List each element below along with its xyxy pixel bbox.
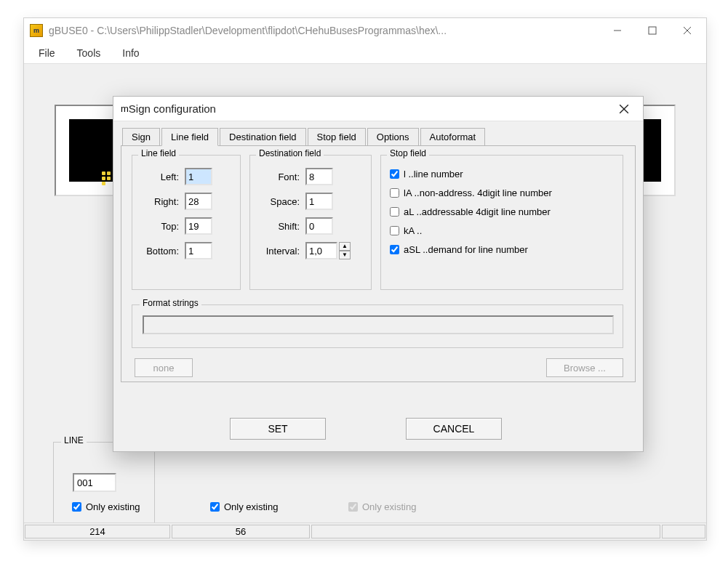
browse-button: Browse ... [546, 358, 623, 377]
space-input[interactable] [305, 193, 333, 210]
interval-label: Interval: [256, 246, 300, 257]
line-group-label: LINE [61, 435, 87, 445]
only-existing-3: Only existing [345, 500, 416, 514]
only-existing-2[interactable]: Only existing [207, 500, 278, 514]
right-input[interactable] [185, 193, 212, 210]
interval-spinner[interactable]: ▲ ▼ [339, 242, 351, 259]
menubar: File Tools Info [24, 43, 706, 63]
right-label: Right: [138, 196, 179, 207]
shift-label: Shift: [256, 221, 300, 232]
line-input[interactable] [73, 473, 116, 492]
tab-options[interactable]: Options [367, 128, 419, 146]
only-existing-3-label: Only existing [362, 501, 416, 512]
chk-al[interactable]: aL ..addressable 4digit line number [387, 202, 617, 221]
chk-asl-label: aSL ..demand for line number [404, 244, 528, 255]
chk-ka-label: kA .. [404, 225, 422, 236]
chk-l-box[interactable] [390, 169, 399, 179]
window-title: gBUSE0 - C:\Users\PhilippStadler\Develop… [49, 25, 600, 36]
cancel-button[interactable]: CANCEL [406, 418, 502, 440]
bottom-input[interactable] [185, 242, 212, 259]
format-strings-group: Format strings [132, 304, 623, 348]
menu-file[interactable]: File [34, 46, 60, 60]
status-cell-2: 56 [172, 525, 310, 538]
only-existing-2-checkbox[interactable] [210, 502, 220, 512]
chk-asl[interactable]: aSL ..demand for line number [387, 240, 617, 259]
close-button[interactable] [670, 20, 705, 41]
chk-la-label: lA ..non-address. 4digit line number [404, 187, 552, 198]
window-controls [600, 20, 705, 41]
bottom-label: Bottom: [138, 246, 179, 257]
chk-asl-box[interactable] [390, 245, 399, 254]
shift-input[interactable] [305, 217, 333, 235]
menu-info[interactable]: Info [118, 46, 143, 60]
titlebar: m gBUSE0 - C:\Users\PhilippStadler\Devel… [24, 18, 706, 43]
stop-legend: Stop field [387, 148, 429, 158]
chk-ka[interactable]: kA .. [387, 221, 617, 240]
top-label: Top: [138, 221, 179, 232]
dest-legend: Destination field [256, 148, 324, 158]
status-cell-4 [662, 525, 705, 538]
dialog-titlebar: m Sign configuration [113, 97, 643, 121]
chk-al-label: aL ..addressable 4digit line number [404, 206, 551, 217]
dialog-title: Sign configuration [129, 102, 609, 115]
chk-la[interactable]: lA ..non-address. 4digit line number [387, 183, 617, 202]
tab-autoformat[interactable]: Autoformat [420, 128, 486, 146]
only-existing-1[interactable]: Only existing [69, 500, 140, 514]
tab-stop-field[interactable]: Stop field [308, 128, 366, 146]
left-label: Left: [138, 171, 179, 182]
minimize-button[interactable] [600, 20, 635, 41]
left-input[interactable] [185, 168, 212, 185]
svg-rect-1 [649, 27, 656, 34]
chk-al-box[interactable] [390, 207, 399, 217]
font-label: Font: [256, 171, 300, 182]
tab-strip: Sign Line field Destination field Stop f… [113, 121, 643, 145]
statusbar: 214 56 [24, 522, 706, 540]
only-existing-3-checkbox [348, 502, 358, 512]
format-legend: Format strings [140, 298, 201, 308]
menu-tools[interactable]: Tools [73, 46, 105, 60]
tab-sign[interactable]: Sign [122, 128, 160, 146]
line-field-group: Line field Left: Right: Top: Bottom: [132, 155, 241, 290]
sign-configuration-dialog: m Sign configuration Sign Line field Des… [113, 96, 644, 452]
interval-spin-down[interactable]: ▼ [339, 251, 351, 259]
set-button[interactable]: SET [230, 418, 326, 440]
app-icon: m [30, 24, 43, 37]
top-input[interactable] [185, 217, 212, 235]
dialog-icon: m [121, 103, 129, 114]
space-label: Space: [256, 196, 300, 207]
only-existing-2-label: Only existing [224, 501, 278, 512]
only-existing-1-label: Only existing [86, 501, 140, 512]
status-cell-3 [311, 525, 660, 538]
interval-input[interactable] [305, 242, 337, 259]
tab-line-field[interactable]: Line field [161, 128, 218, 146]
chk-l[interactable]: l ..line number [387, 164, 617, 183]
status-cell-1: 214 [25, 525, 170, 538]
chk-ka-box[interactable] [390, 226, 399, 235]
destination-field-group: Destination field Font: Space: Shift: In… [249, 155, 372, 290]
tab-panel: Line field Left: Right: Top: Bottom: Des… [121, 145, 636, 382]
format-display [143, 315, 614, 334]
chk-la-box[interactable] [390, 188, 399, 198]
chk-l-label: l ..line number [404, 169, 463, 179]
dialog-close-button[interactable] [609, 98, 639, 120]
font-input[interactable] [305, 168, 333, 185]
interval-spin-up[interactable]: ▲ [339, 242, 351, 251]
tab-destination-field[interactable]: Destination field [220, 128, 306, 146]
stop-field-group: Stop field l ..line number lA ..non-addr… [380, 155, 623, 290]
only-existing-1-checkbox[interactable] [72, 502, 81, 512]
none-button: none [135, 358, 193, 377]
line-field-legend: Line field [138, 148, 179, 158]
maximize-button[interactable] [635, 20, 670, 41]
